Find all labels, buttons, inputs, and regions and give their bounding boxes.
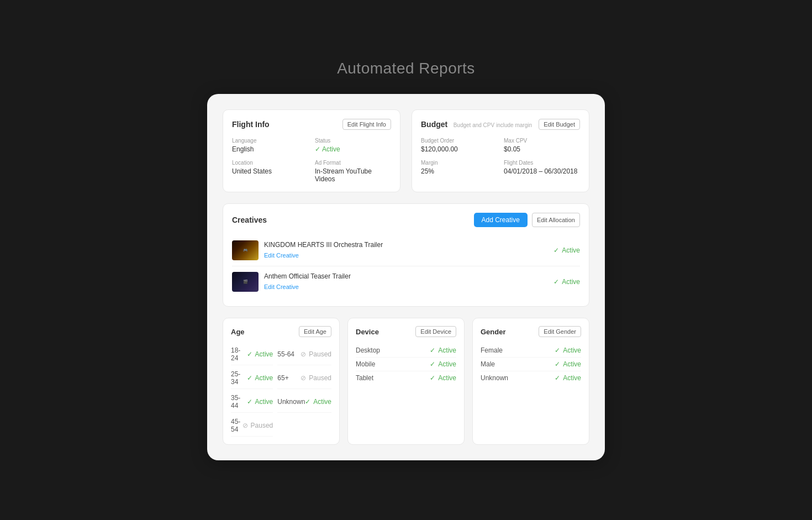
age-row-65plus: 65+ ⊘Paused (277, 367, 331, 389)
flight-info-header: Flight Info Edit Flight Info (232, 119, 391, 130)
targeting-row: Age Edit Age 18-24 ✓Active 55-64 ⊘Paused… (223, 318, 589, 445)
ad-format-value: In-Stream YouTube Videos (315, 167, 391, 183)
flight-info-fields: Language English Status ✓ Active Locatio… (232, 138, 391, 183)
creatives-title: Creatives (232, 216, 267, 224)
device-section: Device Edit Device Desktop ✓Active Mobil… (347, 318, 465, 445)
creative-thumb-kh-img: 🎮 (232, 240, 259, 260)
edit-allocation-button[interactable]: Edit Allocation (532, 213, 580, 227)
age-section: Age Edit Age 18-24 ✓Active 55-64 ⊘Paused… (223, 318, 340, 445)
status-field: Status ✓ Active (315, 138, 391, 153)
creative-thumb-anthem-img: 🎬 (232, 272, 259, 292)
add-creative-button[interactable]: Add Creative (474, 213, 528, 227)
creative-item-0: 🎮 KINGDOM HEARTS III Orchestra Trailer E… (232, 235, 580, 266)
creative-status-1: ✓ Active (553, 278, 580, 286)
status-value: ✓ Active (315, 145, 391, 153)
max-cpv-field: Max CPV $0.05 (504, 138, 580, 153)
age-row-3544: 35-44 ✓Active (231, 391, 273, 413)
budget-order-value: $120,000.00 (421, 145, 497, 153)
check-icon-1: ✓ (553, 278, 559, 286)
age-header: Age Edit Age (231, 326, 331, 337)
language-field: Language English (232, 138, 308, 153)
creatives-buttons: Add Creative Edit Allocation (474, 213, 580, 227)
language-label: Language (232, 138, 308, 144)
device-row-mobile: Mobile ✓Active (356, 358, 456, 371)
top-row: Flight Info Edit Flight Info Language En… (223, 109, 589, 192)
age-row-5564: 55-64 ⊘Paused (277, 344, 331, 365)
budget-header: Budget Budget and CPV include margin Edi… (421, 119, 580, 130)
age-rows: 18-24 ✓Active 55-64 ⊘Paused 25-34 ✓Activ… (231, 344, 331, 437)
creative-info-0: KINGDOM HEARTS III Orchestra Trailer Edi… (264, 241, 383, 260)
ad-format-label: Ad Format (315, 160, 391, 166)
gender-row-unknown: Unknown ✓Active (481, 371, 581, 385)
age-row-2534: 25-34 ✓Active (231, 367, 273, 389)
margin-field: Margin 25% (421, 160, 497, 175)
main-card: Flight Info Edit Flight Info Language En… (207, 94, 605, 460)
device-header: Device Edit Device (356, 326, 456, 337)
creative-info-1: Anthem Official Teaser Trailer Edit Crea… (264, 272, 351, 291)
flight-info-section: Flight Info Edit Flight Info Language En… (223, 109, 400, 192)
page-title: Automated Reports (337, 60, 475, 77)
edit-flight-info-button[interactable]: Edit Flight Info (342, 119, 391, 130)
gender-row-female: Female ✓Active (481, 344, 581, 358)
max-cpv-value: $0.05 (504, 145, 580, 153)
ad-format-field: Ad Format In-Stream YouTube Videos (315, 160, 391, 183)
budget-order-field: Budget Order $120,000.00 (421, 138, 497, 153)
creative-title-0: KINGDOM HEARTS III Orchestra Trailer (264, 241, 383, 249)
gender-rows: Female ✓Active Male ✓Active Unknown ✓Act… (481, 344, 581, 385)
flight-dates-field: Flight Dates 04/01/2018 – 06/30/2018 (504, 160, 580, 175)
edit-age-button[interactable]: Edit Age (299, 326, 331, 337)
edit-creative-link-0[interactable]: Edit Creative (264, 252, 299, 259)
gender-row-male: Male ✓Active (481, 358, 581, 371)
status-label: Status (315, 138, 391, 144)
creative-item-1: 🎬 Anthem Official Teaser Trailer Edit Cr… (232, 266, 580, 297)
edit-creative-link-1[interactable]: Edit Creative (264, 283, 299, 290)
creative-title-1: Anthem Official Teaser Trailer (264, 272, 351, 280)
language-value: English (232, 145, 308, 153)
creative-status-0: ✓ Active (553, 246, 580, 254)
age-row-1824: 18-24 ✓Active (231, 344, 273, 365)
location-value: United States (232, 167, 308, 175)
budget-fields: Budget Order $120,000.00 Max CPV $0.05 M… (421, 138, 580, 175)
margin-label: Margin (421, 160, 497, 166)
creative-thumb-1: 🎬 (232, 272, 259, 292)
device-row-desktop: Desktop ✓Active (356, 344, 456, 358)
device-row-tablet: Tablet ✓Active (356, 371, 456, 385)
location-field: Location United States (232, 160, 308, 183)
budget-title: Budget (421, 120, 447, 129)
gender-section: Gender Edit Gender Female ✓Active Male ✓… (472, 318, 589, 445)
creative-thumb-0: 🎮 (232, 240, 259, 260)
budget-section: Budget Budget and CPV include margin Edi… (412, 109, 589, 192)
creatives-section: Creatives Add Creative Edit Allocation 🎮… (223, 203, 589, 307)
creatives-header: Creatives Add Creative Edit Allocation (232, 213, 580, 227)
budget-title-group: Budget Budget and CPV include margin (421, 119, 532, 129)
device-rows: Desktop ✓Active Mobile ✓Active Tablet ✓A… (356, 344, 456, 385)
max-cpv-label: Max CPV (504, 138, 580, 144)
edit-budget-button[interactable]: Edit Budget (539, 119, 580, 130)
check-icon: ✓ (315, 145, 320, 153)
location-label: Location (232, 160, 308, 166)
age-row-unknown: Unknown ✓Active (277, 391, 331, 413)
gender-header: Gender Edit Gender (481, 326, 581, 337)
age-row-4554: 45-54 ⊘Paused (231, 415, 273, 437)
check-icon-0: ✓ (553, 246, 559, 254)
device-title: Device (356, 328, 379, 336)
flight-info-title: Flight Info (232, 120, 270, 129)
budget-order-label: Budget Order (421, 138, 497, 144)
edit-gender-button[interactable]: Edit Gender (539, 326, 581, 337)
flight-dates-value: 04/01/2018 – 06/30/2018 (504, 167, 580, 175)
budget-subtitle: Budget and CPV include margin (454, 122, 532, 128)
flight-dates-label: Flight Dates (504, 160, 580, 166)
age-title: Age (231, 328, 245, 336)
margin-value: 25% (421, 167, 497, 175)
edit-device-button[interactable]: Edit Device (415, 326, 456, 337)
gender-title: Gender (481, 328, 506, 336)
